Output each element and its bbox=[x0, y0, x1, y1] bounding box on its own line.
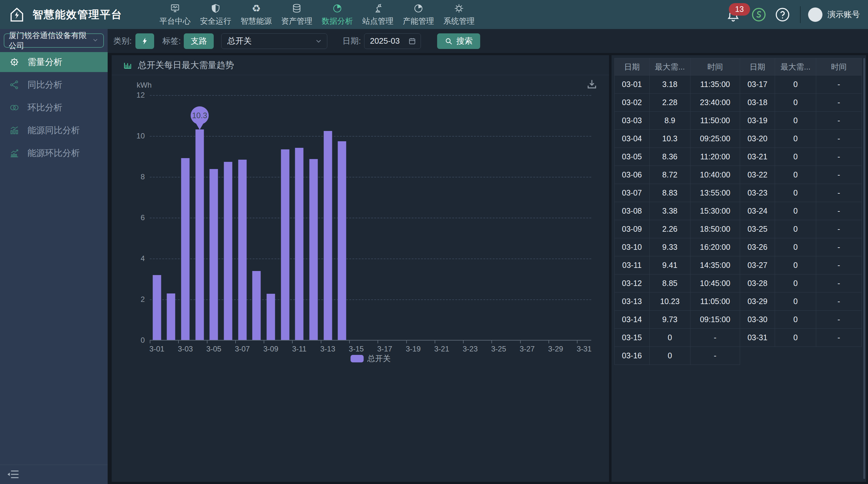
table-cell: - bbox=[816, 75, 862, 94]
nav-item-capacity-mgmt[interactable]: 产能管理 bbox=[398, 0, 439, 29]
help-icon[interactable] bbox=[775, 7, 790, 22]
bar-3-09[interactable] bbox=[267, 294, 275, 340]
sidebar-item-label: 能源同比分析 bbox=[27, 124, 80, 136]
table-cell: - bbox=[816, 94, 862, 111]
x-axis-tick bbox=[207, 340, 208, 343]
table-cell: - bbox=[816, 202, 862, 220]
sidebar-item-yoy-analysis[interactable]: 同比分析 bbox=[0, 75, 107, 95]
nav-item-data-analysis[interactable]: 数据分析 bbox=[317, 0, 358, 29]
app-logo-icon bbox=[8, 6, 26, 23]
x-axis-tick bbox=[406, 340, 407, 343]
filter-bar: 类别: 标签: 支路 总开关 日期: 2025-03 bbox=[107, 29, 868, 53]
x-axis-tick bbox=[435, 340, 435, 343]
sidebar-item-label: 能源环比分析 bbox=[27, 147, 80, 159]
bar-3-07[interactable] bbox=[238, 160, 247, 340]
x-axis-tick bbox=[235, 340, 236, 343]
table-cell: 03-18 bbox=[740, 94, 775, 111]
nav-item-smart-energy[interactable]: ♻智慧能源 bbox=[236, 0, 276, 29]
table-header-cell: 日期 bbox=[740, 58, 775, 75]
x-axis-label: 3-15 bbox=[349, 345, 364, 353]
table-cell: - bbox=[690, 329, 740, 347]
table-header-cell: 时间 bbox=[816, 58, 862, 75]
nav-item-system-mgmt[interactable]: 系统管理 bbox=[439, 0, 479, 29]
calendar-icon bbox=[408, 37, 416, 45]
table-header-cell: 日期 bbox=[614, 58, 650, 75]
table-cell: 0 bbox=[775, 311, 816, 329]
table-cell: - bbox=[816, 238, 862, 256]
safety-shield-icon bbox=[210, 3, 221, 14]
bar-3-10[interactable] bbox=[281, 150, 289, 340]
table-cell: 0 bbox=[650, 329, 691, 347]
bar-3-04[interactable] bbox=[195, 129, 204, 340]
bar-3-02[interactable] bbox=[167, 293, 175, 340]
table-cell: - bbox=[816, 311, 862, 329]
tag-branch-button[interactable]: 支路 bbox=[184, 33, 214, 49]
table-cell: - bbox=[816, 166, 862, 184]
table-row: 03-058.3611:20:0003-210- bbox=[614, 148, 862, 166]
table-cell: 10:40:00 bbox=[690, 166, 740, 184]
table-cell: 03-25 bbox=[740, 220, 775, 238]
nav-item-safety-run[interactable]: 安全运行 bbox=[195, 0, 236, 29]
search-button[interactable]: 搜索 bbox=[437, 33, 480, 49]
y-axis-label: 8 bbox=[123, 172, 145, 181]
y-axis-label: 6 bbox=[123, 213, 145, 222]
demand-table: 日期最大需...时间日期最大需...时间03-013.1811:35:0003-… bbox=[614, 58, 862, 365]
dashboard-link-icon[interactable] bbox=[751, 7, 766, 22]
bar-3-03[interactable] bbox=[181, 158, 190, 340]
max-point-marker-tail bbox=[196, 123, 204, 134]
category-label: 类别: bbox=[113, 36, 132, 46]
company-select[interactable]: 厦门锐谷通信设备有限公司 bbox=[4, 33, 104, 48]
table-cell bbox=[740, 347, 775, 365]
sidebar-item-demand-analysis[interactable]: 需量分析 bbox=[0, 52, 107, 72]
bar-3-01[interactable] bbox=[153, 275, 161, 340]
table-cell: 0 bbox=[775, 202, 816, 220]
table-row: 03-092.2618:50:0003-250- bbox=[614, 220, 862, 238]
table-cell: 16:20:00 bbox=[690, 238, 740, 256]
table-cell: 03-16 bbox=[614, 347, 650, 365]
y-axis-label: 0 bbox=[123, 336, 145, 345]
bar-chart-icon bbox=[123, 61, 132, 70]
category-electric-button[interactable] bbox=[135, 33, 154, 49]
table-cell: 03-31 bbox=[740, 329, 775, 347]
chart-panel: 总开关每日最大需量趋势 kWh 0246810123-013-033-053-0… bbox=[112, 55, 609, 482]
energy-mom-trend-icon bbox=[9, 148, 19, 158]
sidebar-item-energy-yoy-analysis[interactable]: 能源同比分析 bbox=[0, 120, 107, 140]
notification-badge: 13 bbox=[729, 3, 750, 15]
x-axis-tick bbox=[463, 340, 464, 343]
table-cell: 2.26 bbox=[650, 220, 691, 238]
table-cell: 03-12 bbox=[614, 275, 650, 292]
table-cell: 03-24 bbox=[740, 202, 775, 220]
notification-bell-icon[interactable]: 13 bbox=[726, 7, 742, 23]
table-cell: 18:50:00 bbox=[690, 220, 740, 238]
sidebar-item-mom-analysis[interactable]: 环比分析 bbox=[0, 98, 107, 118]
bar-3-05[interactable] bbox=[210, 169, 218, 340]
table-cell: 09:15:00 bbox=[690, 311, 740, 329]
download-chart-icon[interactable] bbox=[586, 78, 598, 90]
date-picker[interactable]: 2025-03 bbox=[364, 33, 421, 49]
table-scrollbar[interactable] bbox=[863, 58, 865, 479]
sidebar-item-energy-mom-analysis[interactable]: 能源环比分析 bbox=[0, 143, 107, 163]
bar-3-13[interactable] bbox=[323, 131, 332, 340]
x-axis-tick bbox=[178, 340, 179, 343]
bar-3-14[interactable] bbox=[338, 141, 346, 340]
gridline-y10 bbox=[150, 136, 591, 137]
bar-3-11[interactable] bbox=[295, 148, 304, 340]
user-avatar[interactable] bbox=[808, 7, 823, 22]
table-cell bbox=[775, 347, 816, 365]
nav-item-platform-center[interactable]: 平台中心 bbox=[155, 0, 195, 29]
table-cell: 03-09 bbox=[614, 220, 650, 238]
table-cell: 11:05:00 bbox=[690, 292, 740, 311]
x-axis-label: 3-31 bbox=[577, 345, 592, 353]
x-axis-label: 3-09 bbox=[264, 345, 278, 353]
collapse-sidebar-icon[interactable] bbox=[7, 469, 19, 480]
device-select[interactable]: 总开关 bbox=[221, 33, 327, 49]
user-name[interactable]: 演示账号 bbox=[828, 9, 860, 20]
legend-item-main-switch[interactable]: 总开关 bbox=[350, 353, 391, 364]
bar-3-12[interactable] bbox=[309, 159, 318, 340]
nav-item-site-mgmt[interactable]: 站点管理 bbox=[358, 0, 398, 29]
table-cell: 8.85 bbox=[650, 275, 691, 292]
bar-3-08[interactable] bbox=[252, 271, 261, 340]
table-cell: 23:40:00 bbox=[690, 94, 740, 111]
bar-3-06[interactable] bbox=[224, 162, 232, 340]
nav-item-asset-mgmt[interactable]: 资产管理 bbox=[276, 0, 317, 29]
